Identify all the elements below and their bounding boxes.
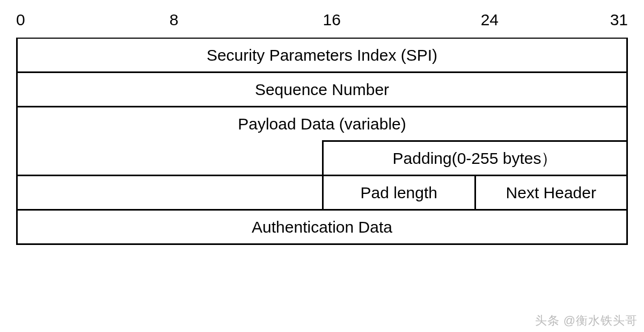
row-payload: Payload Data (variable) bbox=[18, 106, 626, 140]
ruler-tick-16: 16 bbox=[323, 11, 341, 29]
ruler-tick-31: 31 bbox=[610, 11, 628, 29]
field-padding-continuation bbox=[18, 176, 322, 209]
field-authentication-data: Authentication Data bbox=[18, 211, 626, 243]
esp-header-diagram: Security Parameters Index (SPI) Sequence… bbox=[16, 38, 628, 245]
ruler-tick-24: 24 bbox=[481, 11, 499, 29]
field-payload-data: Payload Data (variable) bbox=[18, 107, 626, 140]
row-seq: Sequence Number bbox=[18, 71, 626, 106]
ruler-tick-8: 8 bbox=[170, 11, 179, 29]
field-padding: Padding(0-255 bytes） bbox=[322, 140, 626, 175]
field-spi: Security Parameters Index (SPI) bbox=[18, 39, 626, 71]
field-next-header: Next Header bbox=[474, 176, 627, 209]
field-pad-length: Pad length bbox=[322, 176, 474, 209]
row-auth: Authentication Data bbox=[18, 209, 626, 243]
row-spi: Security Parameters Index (SPI) bbox=[18, 39, 626, 71]
row-padding: Padding(0-255 bytes） bbox=[18, 140, 626, 175]
bit-ruler: 0 8 16 24 31 bbox=[16, 11, 628, 32]
ruler-tick-0: 0 bbox=[16, 11, 25, 29]
field-payload-continuation bbox=[18, 140, 322, 175]
row-padlen-next: Pad length Next Header bbox=[18, 175, 626, 209]
field-sequence-number: Sequence Number bbox=[18, 73, 626, 106]
